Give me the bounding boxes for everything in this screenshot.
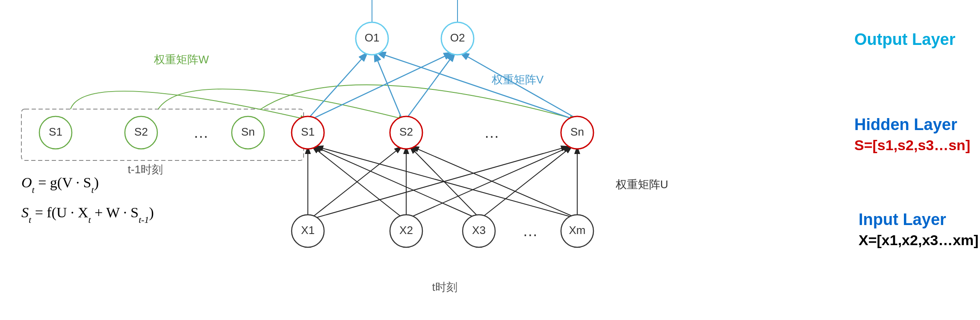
hidden-node-s1-label: S1 [301,125,315,138]
v-arrow-s1-o2 [312,52,453,119]
v-arrow-s2-o2 [406,52,455,119]
hidden-dots: … [484,124,499,141]
formula-svg-2: St = f(U · Xt + W · St-1) [17,201,222,223]
formula-svg-1: Ot = g(V · St) [17,171,162,193]
weight-v-label: 权重矩阵V [491,73,544,86]
output-node-o1-label: O1 [365,31,380,44]
hidden-node-s2-label: S2 [399,125,413,138]
prev-hidden-s2-label: S2 [134,125,148,138]
u-arrow-xm-s2 [411,146,575,217]
v-arrow-s1-o1 [308,52,368,119]
input-dots: … [522,222,538,240]
w-arrow-s2-s2 [158,89,406,120]
svg-text:St
           = f(U · Xt
     : St = f(U · Xt + W · St-1) [21,204,154,223]
formula-container: Ot = g(V · St) St = f(U · Xt + W · St-1) [17,171,222,231]
diagram-container: 权重矩阵W 权重矩阵V [0,0,980,320]
weight-u-label: 权重矩阵U [615,178,668,191]
prev-hidden-sn-label: Sn [241,125,255,138]
input-layer-label: Input Layer [859,210,946,229]
input-node-xm-label: Xm [569,224,586,237]
input-layer-sublabel: X=[x1,x2,x3…xm] [859,232,979,249]
svg-text:Ot
           = g(V · St): Ot = g(V · St) [21,175,99,193]
hidden-layer-label: Hidden Layer [854,116,957,134]
hidden-layer-sublabel: S=[s1,s2,s3…sn] [854,137,970,154]
formula-line-1: Ot = g(V · St) [17,171,222,197]
prev-hidden-s1-label: S1 [49,125,62,138]
u-arrow-x3-s1 [314,146,475,217]
time-t-label: t时刻 [432,281,457,293]
output-node-o2-label: O2 [450,31,465,44]
input-node-x2-label: X2 [399,224,413,237]
output-layer-label: Output Layer [854,30,955,49]
input-node-x3-label: X3 [472,224,486,237]
prev-hidden-dots: … [193,124,209,141]
hidden-node-sn-label: Sn [570,125,584,138]
w-arrow-s1-s1 [71,91,308,120]
u-arrow-x1-sn [314,146,569,218]
main-diagram-svg: 权重矩阵W 权重矩阵V [0,0,980,320]
formula-line-2: St = f(U · Xt + W · St-1) [17,201,222,227]
u-arrow-x2-sn [408,146,571,218]
weight-w-label: 权重矩阵W [153,53,209,66]
input-node-x1-label: X1 [301,224,315,237]
